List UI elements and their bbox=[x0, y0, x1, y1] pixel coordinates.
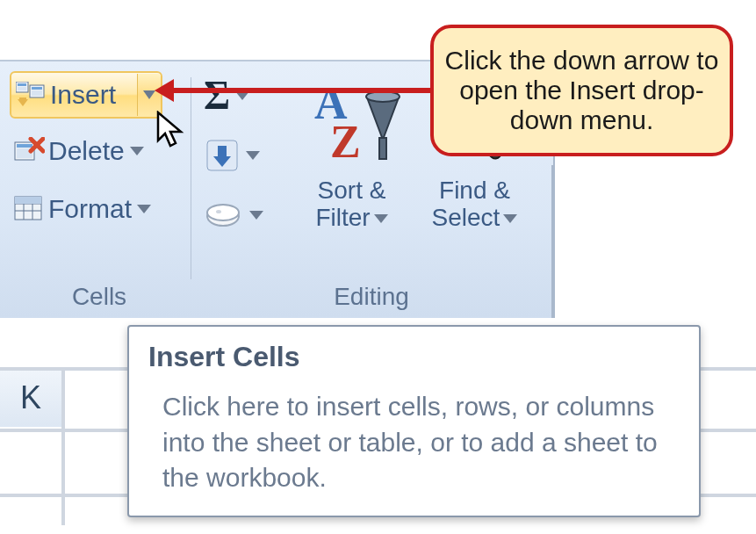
dropdown-arrow-icon[interactable] bbox=[503, 214, 517, 223]
svg-text:Z: Z bbox=[330, 117, 361, 167]
sigma-icon: Σ bbox=[204, 72, 230, 119]
svg-marker-8 bbox=[143, 90, 155, 99]
svg-point-25 bbox=[207, 205, 239, 220]
dropdown-arrow-icon[interactable] bbox=[374, 214, 388, 223]
svg-rect-29 bbox=[379, 138, 386, 159]
fill-down-icon bbox=[204, 137, 241, 174]
group-separator bbox=[191, 77, 191, 279]
sort-filter-label-2: Filter bbox=[315, 204, 370, 231]
svg-rect-20 bbox=[15, 197, 41, 204]
tooltip-body: Click here to insert cells, rows, or col… bbox=[148, 389, 680, 496]
insert-button-label: Insert bbox=[50, 80, 137, 110]
svg-rect-1 bbox=[18, 83, 26, 86]
format-button-label: Format bbox=[48, 194, 132, 224]
insert-split-button[interactable]: Insert bbox=[10, 71, 162, 119]
autosum-button[interactable]: Σ bbox=[204, 72, 249, 119]
svg-rect-22 bbox=[218, 146, 227, 156]
format-button[interactable]: Format bbox=[10, 188, 151, 230]
svg-rect-6 bbox=[19, 97, 26, 99]
find-select-label-2: Select bbox=[432, 204, 500, 231]
eraser-icon bbox=[204, 200, 244, 230]
grid-line bbox=[61, 367, 65, 525]
annotation-arrow-head bbox=[155, 79, 174, 102]
cells-group: Insert Delete bbox=[7, 69, 191, 311]
column-header-label: K bbox=[20, 379, 41, 416]
svg-rect-11 bbox=[17, 144, 32, 148]
insert-cells-tooltip: Insert Cells Click here to insert cells,… bbox=[127, 325, 701, 517]
delete-cells-icon bbox=[10, 134, 48, 169]
fill-button[interactable] bbox=[204, 137, 260, 174]
svg-marker-9 bbox=[158, 112, 181, 146]
svg-rect-5 bbox=[32, 90, 42, 96]
delete-button[interactable]: Delete bbox=[10, 130, 144, 172]
find-select-label-1: Find & bbox=[439, 177, 510, 204]
svg-point-26 bbox=[216, 210, 221, 213]
clear-button[interactable] bbox=[204, 200, 263, 230]
format-cells-icon bbox=[10, 191, 48, 227]
dropdown-arrow-icon[interactable] bbox=[130, 147, 144, 155]
editing-group-label: Editing bbox=[200, 283, 543, 311]
dropdown-arrow-icon[interactable] bbox=[137, 205, 151, 213]
ribbon-edge bbox=[551, 165, 553, 318]
delete-button-label: Delete bbox=[48, 136, 125, 166]
annotation-arrow bbox=[167, 88, 430, 93]
sort-filter-label-1: Sort & bbox=[318, 177, 386, 204]
sort-filter-button[interactable]: A Z Sort & Filter bbox=[297, 72, 407, 232]
svg-rect-4 bbox=[32, 87, 42, 90]
tooltip-title: Insert Cells bbox=[148, 341, 680, 373]
annotation-callout: Click the down arrow to open the Insert … bbox=[430, 25, 733, 156]
annotation-callout-text: Click the down arrow to open the Insert … bbox=[443, 46, 721, 135]
insert-cells-icon bbox=[11, 77, 50, 112]
dropdown-arrow-icon[interactable] bbox=[249, 211, 263, 220]
column-header-k[interactable]: K bbox=[0, 369, 61, 427]
svg-rect-2 bbox=[18, 87, 26, 90]
svg-marker-7 bbox=[18, 99, 28, 106]
dropdown-arrow-icon[interactable] bbox=[246, 151, 260, 160]
cells-group-label: Cells bbox=[7, 283, 191, 311]
